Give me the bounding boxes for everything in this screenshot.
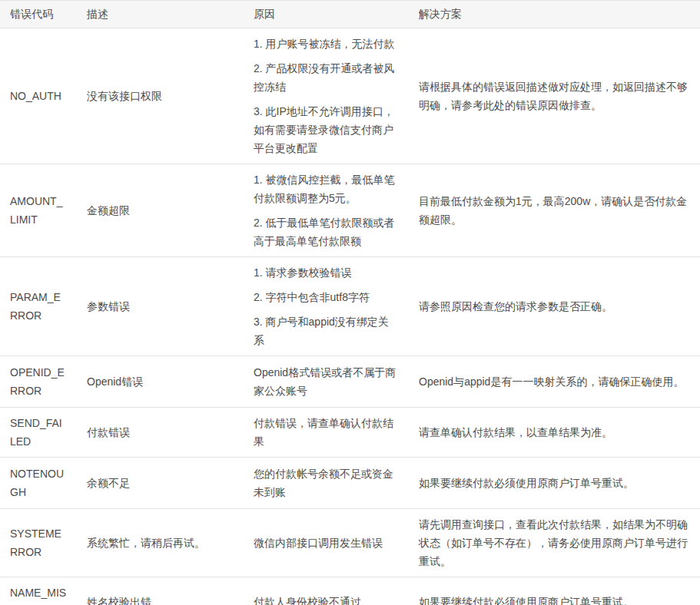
cell-reason: 付款人身份校验不通过 xyxy=(244,577,409,605)
reason-item: 1. 请求参数校验错误 xyxy=(254,263,399,282)
cell-reason: 1. 被微信风控拦截，最低单笔付款限额调整为5元。2. 低于最低单笔付款限额或者… xyxy=(244,164,409,257)
cell-description: 姓名校验出错 xyxy=(77,577,244,605)
cell-error-code: SEND_FAILED xyxy=(0,408,77,458)
table-row: NOTENOUGH余额不足您的付款帐号余额不足或资金未到账如果要继续付款必须使用… xyxy=(0,458,700,509)
cell-error-code: NAME_MISMATCH xyxy=(0,577,77,605)
cell-error-code: AMOUNT_LIMIT xyxy=(0,164,77,257)
cell-solution: Openid与appid是有一一映射关系的，请确保正确使用。 xyxy=(409,356,700,408)
cell-error-code: SYSTEMERROR xyxy=(0,509,77,577)
cell-description: 付款错误 xyxy=(77,408,244,458)
table-row: NAME_MISMATCH姓名校验出错付款人身份校验不通过如果要继续付款必须使用… xyxy=(0,577,700,605)
reason-item: 2. 产品权限没有开通或者被风控冻结 xyxy=(254,59,399,96)
cell-solution: 目前最低付款金额为1元，最高200w，请确认是否付款金额超限。 xyxy=(409,164,700,257)
cell-reason: 微信内部接口调用发生错误 xyxy=(244,509,409,577)
cell-description: 系统繁忙，请稍后再试。 xyxy=(77,509,244,577)
reason-item: 2. 字符中包含非utf8字符 xyxy=(254,288,399,306)
cell-solution: 请参照原因检查您的请求参数是否正确。 xyxy=(409,257,700,356)
cell-reason: 您的付款帐号余额不足或资金未到账 xyxy=(244,458,409,509)
table-row: NO_AUTH没有该接口权限1. 用户账号被冻结，无法付款2. 产品权限没有开通… xyxy=(0,28,700,164)
cell-reason: 付款错误，请查单确认付款结果 xyxy=(244,408,409,458)
reason-item: Openid格式错误或者不属于商家公众账号 xyxy=(254,363,399,400)
cell-description: 金额超限 xyxy=(77,164,244,257)
reason-item: 微信内部接口调用发生错误 xyxy=(254,534,399,552)
cell-description: 没有该接口权限 xyxy=(77,28,244,164)
reason-item: 您的付款帐号余额不足或资金未到账 xyxy=(254,464,399,501)
reason-item: 1. 被微信风控拦截，最低单笔付款限额调整为5元。 xyxy=(254,170,399,207)
cell-reason: 1. 请求参数校验错误2. 字符中包含非utf8字符3. 商户号和appid没有… xyxy=(244,257,409,356)
cell-description: Openid错误 xyxy=(77,356,244,408)
cell-error-code: OPENID_ERROR xyxy=(0,356,77,408)
cell-description: 余额不足 xyxy=(77,458,244,509)
cell-solution: 如果要继续付款必须使用原商户订单号重试。 xyxy=(409,577,700,605)
cell-error-code: PARAM_ERROR xyxy=(0,257,77,356)
reason-item: 2. 低于最低单笔付款限额或者高于最高单笔付款限额 xyxy=(254,213,399,250)
header-cell-description: 描述 xyxy=(77,1,244,28)
header-cell-error-code: 错误代码 xyxy=(0,1,77,28)
cell-solution: 请查单确认付款结果，以查单结果为准。 xyxy=(409,408,700,458)
cell-solution: 请根据具体的错误返回描述做对应处理，如返回描述不够明确，请参考此处的错误原因做排… xyxy=(409,28,700,164)
reason-item: 付款人身份校验不通过 xyxy=(254,593,399,605)
cell-error-code: NOTENOUGH xyxy=(0,458,77,509)
table-row: OPENID_ERROROpenid错误Openid格式错误或者不属于商家公众账… xyxy=(0,356,700,408)
header-cell-reason: 原因 xyxy=(244,1,409,28)
header-cell-solution: 解决方案 xyxy=(409,1,700,28)
cell-solution: 如果要继续付款必须使用原商户订单号重试。 xyxy=(409,458,700,509)
error-code-table: 错误代码 描述 原因 解决方案 NO_AUTH没有该接口权限1. 用户账号被冻结… xyxy=(0,0,700,605)
table-row: AMOUNT_LIMIT金额超限1. 被微信风控拦截，最低单笔付款限额调整为5元… xyxy=(0,164,700,257)
table-row: PARAM_ERROR参数错误1. 请求参数校验错误2. 字符中包含非utf8字… xyxy=(0,257,700,356)
cell-description: 参数错误 xyxy=(77,257,244,356)
reason-item: 3. 此IP地址不允许调用接口，如有需要请登录微信支付商户平台更改配置 xyxy=(254,102,399,157)
reason-item: 付款错误，请查单确认付款结果 xyxy=(254,414,399,451)
table-row: SEND_FAILED付款错误付款错误，请查单确认付款结果请查单确认付款结果，以… xyxy=(0,408,700,458)
reason-item: 1. 用户账号被冻结，无法付款 xyxy=(254,35,399,53)
cell-reason: Openid格式错误或者不属于商家公众账号 xyxy=(244,356,409,408)
reason-item: 3. 商户号和appid没有绑定关系 xyxy=(254,312,399,349)
table-body: NO_AUTH没有该接口权限1. 用户账号被冻结，无法付款2. 产品权限没有开通… xyxy=(0,28,700,605)
cell-error-code: NO_AUTH xyxy=(0,28,77,164)
cell-solution: 请先调用查询接口，查看此次付款结果，如结果为不明确状态（如订单号不存在），请务必… xyxy=(409,509,700,577)
table-row: SYSTEMERROR系统繁忙，请稍后再试。微信内部接口调用发生错误请先调用查询… xyxy=(0,509,700,577)
cell-reason: 1. 用户账号被冻结，无法付款2. 产品权限没有开通或者被风控冻结3. 此IP地… xyxy=(244,28,409,164)
table-header-row: 错误代码 描述 原因 解决方案 xyxy=(0,1,700,28)
